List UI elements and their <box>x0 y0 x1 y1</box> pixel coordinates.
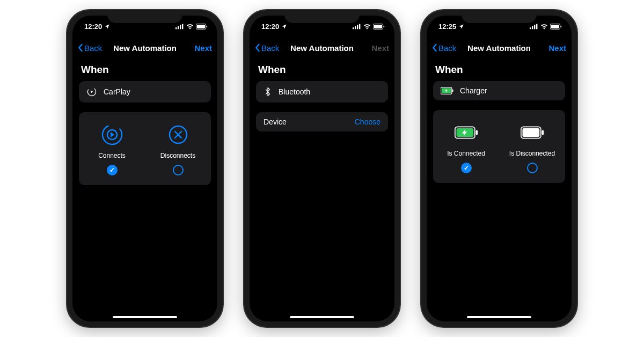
option-label: Disconnects <box>160 152 195 159</box>
nav-bar: Back New Automation Next <box>72 37 217 58</box>
cellular-icon <box>530 24 538 30</box>
trigger-label: CarPlay <box>104 87 130 96</box>
svg-rect-14 <box>359 24 360 29</box>
next-button[interactable]: Next <box>534 43 566 53</box>
battery-icon <box>196 24 208 30</box>
option-connects[interactable]: Connects <box>79 123 145 175</box>
battery-icon <box>373 24 385 30</box>
svg-rect-30 <box>475 130 478 135</box>
section-header: When <box>433 64 565 76</box>
svg-rect-1 <box>178 26 179 29</box>
status-time: 12:20 <box>261 23 279 31</box>
svg-rect-23 <box>551 25 559 28</box>
svg-rect-24 <box>560 25 561 27</box>
next-button-disabled: Next <box>357 43 389 53</box>
option-disconnects[interactable]: Disconnects <box>145 123 211 175</box>
cellular-icon <box>353 24 361 30</box>
svg-rect-17 <box>383 25 384 27</box>
location-icon <box>104 24 110 30</box>
radio-unchecked[interactable] <box>527 163 538 173</box>
home-indicator[interactable] <box>467 316 531 318</box>
bluetooth-icon <box>264 86 272 97</box>
chevron-left-icon <box>432 43 437 52</box>
option-label: Connects <box>98 152 126 159</box>
notch <box>462 10 537 23</box>
location-icon <box>281 24 287 30</box>
svg-rect-2 <box>180 25 181 29</box>
wifi-icon <box>540 24 548 30</box>
svg-rect-20 <box>534 25 535 29</box>
svg-rect-16 <box>374 25 382 28</box>
nav-title: New Automation <box>467 43 531 53</box>
svg-rect-33 <box>541 130 544 135</box>
wifi-icon <box>186 24 194 30</box>
svg-rect-12 <box>355 26 356 29</box>
next-button[interactable]: Next <box>180 43 212 53</box>
device-row[interactable]: Device Choose <box>256 112 388 131</box>
option-label: Is Disconnected <box>509 150 555 157</box>
svg-rect-21 <box>536 24 537 29</box>
section-header: When <box>79 64 211 76</box>
phone-carplay: 12:20 Back New <box>67 10 223 327</box>
option-disconnected[interactable]: Is Disconnected <box>499 121 565 173</box>
option-label: Is Connected <box>447 150 485 157</box>
status-time: 12:25 <box>438 23 456 31</box>
options-card: Is Connected Is Disconnected <box>433 110 565 183</box>
device-label: Device <box>264 118 287 126</box>
carplay-icon <box>86 86 97 97</box>
nav-bar: Back New Automation Next <box>427 37 572 58</box>
svg-rect-27 <box>452 90 453 92</box>
home-indicator[interactable] <box>113 316 177 318</box>
chevron-left-icon <box>255 43 260 52</box>
trigger-row[interactable]: CarPlay <box>79 81 211 102</box>
charger-icon <box>441 87 453 94</box>
option-connected[interactable]: Is Connected <box>433 121 499 173</box>
connects-icon <box>100 123 124 146</box>
disconnects-icon <box>166 123 190 146</box>
svg-rect-18 <box>530 27 531 29</box>
options-card: Connects Disconnects <box>79 112 211 185</box>
chevron-left-icon <box>78 43 83 52</box>
svg-rect-6 <box>206 25 207 27</box>
nav-title: New Automation <box>290 43 354 53</box>
svg-rect-3 <box>182 24 183 29</box>
back-button[interactable]: Back <box>432 43 464 53</box>
svg-rect-13 <box>357 25 358 29</box>
battery-charging-icon <box>455 121 478 144</box>
trigger-row[interactable]: Bluetooth <box>256 81 388 102</box>
phone-bluetooth: 12:20 Back New <box>244 10 400 327</box>
notch <box>284 10 360 23</box>
battery-icon <box>521 121 544 144</box>
nav-bar: Back New Automation Next <box>250 37 394 58</box>
svg-rect-11 <box>353 27 354 29</box>
location-icon <box>458 24 464 30</box>
cellular-icon <box>175 24 184 30</box>
wifi-icon <box>363 24 371 30</box>
back-button[interactable]: Back <box>255 43 287 53</box>
phone-charger: 12:25 Back New <box>421 10 577 327</box>
trigger-label: Charger <box>460 86 487 95</box>
trigger-row[interactable]: Charger <box>433 81 565 100</box>
back-label: Back <box>438 43 456 53</box>
radio-checked[interactable] <box>461 163 472 173</box>
battery-icon <box>550 24 562 30</box>
svg-rect-19 <box>532 26 533 29</box>
back-label: Back <box>261 43 279 53</box>
status-time: 12:20 <box>84 23 102 31</box>
nav-title: New Automation <box>113 43 177 53</box>
svg-rect-32 <box>522 128 539 137</box>
section-header: When <box>256 64 388 76</box>
choose-button[interactable]: Choose <box>355 118 380 126</box>
home-indicator[interactable] <box>290 316 354 318</box>
back-label: Back <box>84 43 102 53</box>
trigger-label: Bluetooth <box>279 87 310 96</box>
svg-rect-5 <box>197 25 205 28</box>
back-button[interactable]: Back <box>78 43 110 53</box>
notch <box>107 10 182 23</box>
svg-rect-0 <box>175 27 177 29</box>
radio-unchecked[interactable] <box>173 165 184 175</box>
radio-checked[interactable] <box>107 165 118 175</box>
